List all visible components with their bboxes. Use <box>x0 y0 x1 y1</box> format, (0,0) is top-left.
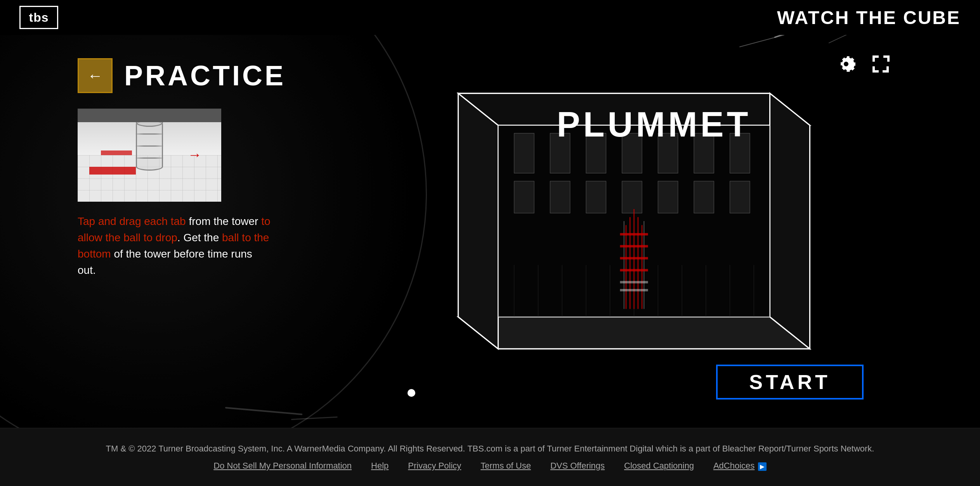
svg-rect-13 <box>514 181 534 213</box>
left-panel: ← PRACTICE <box>78 50 310 278</box>
tower-preview <box>136 120 163 171</box>
fullscreen-icon <box>869 52 893 76</box>
game-title: PLUMMET <box>421 105 887 145</box>
footer-link-captions[interactable]: Closed Captioning <box>624 461 694 471</box>
start-button[interactable]: START <box>716 365 864 400</box>
svg-rect-43 <box>620 281 648 283</box>
settings-row <box>833 50 895 78</box>
practice-title: PRACTICE <box>124 60 286 92</box>
svg-rect-18 <box>694 181 714 213</box>
footer-link-help[interactable]: Help <box>371 461 389 471</box>
svg-rect-42 <box>620 269 648 272</box>
svg-rect-41 <box>620 257 648 259</box>
footer: TM & © 2022 Turner Broadcasting System, … <box>0 428 980 486</box>
tbs-logo: tbs <box>19 6 58 29</box>
footer-link-adchoices[interactable]: AdChoices <box>713 461 755 470</box>
footer-link-terms[interactable]: Terms of Use <box>480 461 531 471</box>
footer-link-do-not-sell[interactable]: Do Not Sell My Personal Information <box>213 461 352 471</box>
watch-cube-button[interactable]: WATCH THE CUBE <box>777 7 961 28</box>
svg-marker-1 <box>458 317 810 349</box>
footer-adchoices-container: AdChoices ▶ <box>713 461 767 471</box>
red-arrow-right: → <box>188 147 202 163</box>
start-btn-container: START <box>716 365 864 400</box>
gear-icon <box>834 52 858 76</box>
red-tab <box>101 150 132 155</box>
cube-area: PLUMMET <box>421 85 887 357</box>
instructions-text: Tap and drag each tab from the tower to … <box>78 213 272 278</box>
fullscreen-button[interactable] <box>867 50 895 78</box>
tower-ring <box>135 145 163 147</box>
preview-top-stripe <box>78 109 221 122</box>
footer-link-dvs[interactable]: DVS Offerings <box>550 461 605 471</box>
settings-button[interactable] <box>833 50 860 78</box>
svg-rect-19 <box>730 181 750 213</box>
tower-ring <box>135 133 163 135</box>
right-panel: PLUMMET START <box>310 50 902 400</box>
game-preview-image: → <box>78 109 221 202</box>
header: tbs WATCH THE CUBE <box>0 0 980 35</box>
svg-rect-15 <box>586 181 606 213</box>
svg-rect-44 <box>620 289 648 291</box>
instruction-part1: Tap and drag each tab <box>78 215 186 227</box>
main-content: ← PRACTICE <box>0 35 980 455</box>
svg-rect-39 <box>620 233 648 235</box>
svg-rect-17 <box>658 181 678 213</box>
footer-link-privacy[interactable]: Privacy Policy <box>408 461 461 471</box>
back-button[interactable]: ← <box>78 58 113 93</box>
red-platform <box>89 167 136 175</box>
svg-rect-14 <box>550 181 570 213</box>
title-row: ← PRACTICE <box>78 58 310 93</box>
tower-ring <box>135 157 163 159</box>
svg-rect-40 <box>620 245 648 247</box>
back-arrow-icon: ← <box>87 67 103 85</box>
adchoices-icon: ▶ <box>758 462 767 471</box>
footer-links: Do Not Sell My Personal Information Help… <box>213 461 766 471</box>
svg-rect-16 <box>622 181 642 213</box>
footer-copyright: TM & © 2022 Turner Broadcasting System, … <box>106 444 874 454</box>
tower-cylinder <box>136 120 163 171</box>
